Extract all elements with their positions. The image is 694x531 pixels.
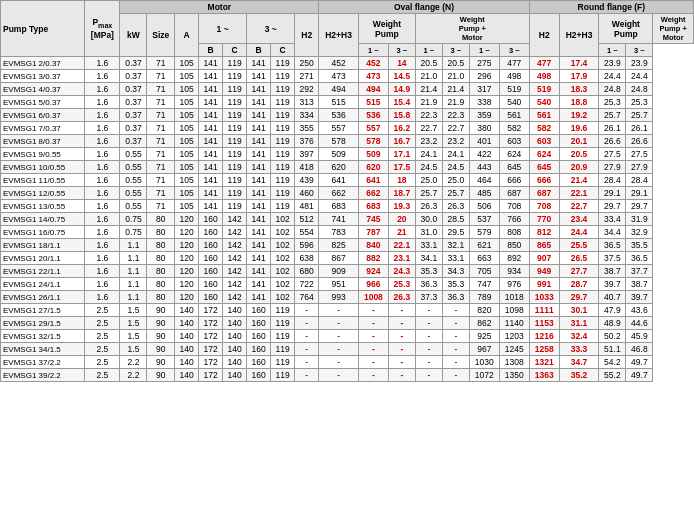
table-cell: 924 [358,265,388,278]
table-cell: 80 [147,291,175,304]
table-cell: 20.9 [559,161,599,174]
table-cell: 142 [223,252,247,265]
table-cell: 33.3 [559,343,599,356]
table-cell: 498 [529,70,559,83]
weight-pump-oval-header: WeightPump [358,14,415,44]
table-cell: 45.9 [626,330,653,343]
table-cell: - [442,356,469,369]
table-cell: 1203 [499,330,529,343]
table-row: EVMSG1 32/1.52.51.590140172140160119----… [1,330,694,343]
table-cell: 0.55 [120,148,147,161]
table-cell: 119 [271,96,295,109]
table-cell: 596 [295,239,319,252]
table-cell: 418 [295,161,319,174]
table-cell: 2.5 [85,330,120,343]
table-cell: 477 [529,57,559,70]
table-cell: 34.7 [559,356,599,369]
table-cell: 34.4 [599,226,626,239]
table-cell: 21.9 [415,96,442,109]
table-cell: - [388,356,415,369]
table-cell: 638 [295,252,319,265]
table-cell: 764 [295,291,319,304]
table-cell: - [295,369,319,382]
table-row: EVMSG1 8/0.371.60.3771105141119141119376… [1,135,694,148]
table-cell: - [319,369,359,382]
table-cell: 36.5 [599,239,626,252]
table-cell: 141 [247,148,271,161]
table-cell: 783 [319,226,359,239]
table-cell: 949 [529,265,559,278]
table-cell: 119 [223,122,247,135]
table-cell: 313 [295,96,319,109]
table-cell: 18.7 [388,187,415,200]
table-cell: 140 [223,343,247,356]
table-cell: 787 [358,226,388,239]
table-cell: 24.5 [415,161,442,174]
table-cell: 160 [199,291,223,304]
table-cell: 140 [223,369,247,382]
table-cell: 603 [499,135,529,148]
table-cell: 1.6 [85,135,120,148]
table-cell: - [319,317,359,330]
table-cell: EVMSG1 27/1.5 [1,304,85,317]
table-cell: 460 [295,187,319,200]
table-cell: 666 [529,174,559,187]
table-cell: 1033 [529,291,559,304]
table-cell: 22.7 [442,122,469,135]
table-cell: 2.5 [85,317,120,330]
table-cell: 620 [358,161,388,174]
weight-pump-motor-oval-header: WeightPump +Motor [415,14,529,44]
table-cell: 1111 [529,304,559,317]
table-cell: 624 [499,148,529,161]
table-cell: 666 [499,174,529,187]
table-cell: 105 [175,200,199,213]
table-cell: 620 [319,161,359,174]
table-cell: 683 [319,200,359,213]
table-cell: 862 [469,317,499,330]
weight-pump-round-header: WeightPump [599,14,653,44]
table-cell: 292 [295,83,319,96]
table-cell: 519 [529,83,559,96]
table-cell: 0.37 [120,109,147,122]
h2h3-oval-header: H2+H3 [319,14,359,57]
table-cell: 29.7 [626,200,653,213]
table-cell: 160 [199,226,223,239]
table-row: EVMSG1 11/0.551.60.557110514111914111943… [1,174,694,187]
table-cell: EVMSG1 24/1.1 [1,278,85,291]
table-cell: 32.9 [626,226,653,239]
table-cell: 24.4 [626,70,653,83]
table-cell: 907 [529,252,559,265]
table-cell: 34.1 [415,252,442,265]
table-cell: 850 [499,239,529,252]
table-row: EVMSG1 20/1.11.61.1801201601421411026388… [1,252,694,265]
table-cell: 119 [223,109,247,122]
c3-header: C [271,44,295,57]
table-cell: - [388,317,415,330]
table-cell: 36.3 [442,291,469,304]
table-cell: 119 [271,330,295,343]
table-cell: 296 [469,70,499,83]
table-cell: 120 [175,239,199,252]
table-cell: 509 [319,148,359,161]
table-cell: 140 [175,369,199,382]
table-cell: 140 [175,343,199,356]
table-cell: 141 [247,83,271,96]
table-cell: 23.2 [442,135,469,148]
table-cell: 160 [199,278,223,291]
table-cell: 50.2 [599,330,626,343]
table-cell: 90 [147,330,175,343]
table-cell: 33.1 [415,239,442,252]
table-cell: 105 [175,161,199,174]
table-cell: 27.9 [599,161,626,174]
table-cell: 1.6 [85,70,120,83]
table-cell: 80 [147,226,175,239]
table-cell: 119 [223,70,247,83]
table-cell: 1.1 [120,265,147,278]
table-cell: 141 [247,122,271,135]
table-cell: 380 [469,122,499,135]
table-cell: 36.3 [415,278,442,291]
table-cell: 102 [271,239,295,252]
table-cell: 71 [147,109,175,122]
table-cell: 119 [271,343,295,356]
table-cell: 934 [499,265,529,278]
